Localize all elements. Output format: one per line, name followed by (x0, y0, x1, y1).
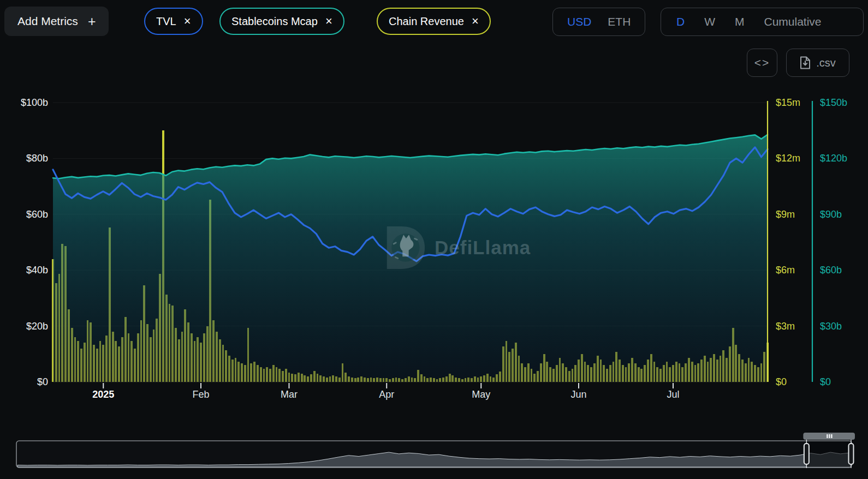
remove-metric-icon[interactable]: × (325, 15, 332, 27)
remove-metric-icon[interactable]: × (184, 15, 191, 27)
svg-text:$0: $0 (37, 376, 48, 387)
svg-text:$20b: $20b (26, 321, 48, 332)
svg-text:$60b: $60b (26, 209, 48, 220)
interval-option-cumulative[interactable]: Cumulative (764, 15, 822, 28)
currency-option-usd[interactable]: USD (567, 15, 591, 28)
metric-tag-label: TVL (156, 15, 176, 28)
csv-download-icon (800, 56, 811, 69)
currency-option-eth[interactable]: ETH (608, 15, 631, 28)
navigator-right-handle[interactable] (849, 444, 854, 464)
remove-metric-icon[interactable]: × (472, 15, 479, 27)
main-chart[interactable]: $0$20b$40b$60b$80b$100b$0$3m$6m$9m$12m$1… (0, 0, 868, 479)
svg-text:Apr: Apr (379, 389, 394, 400)
defillama-chart-page: $0$20b$40b$60b$80b$100b$0$3m$6m$9m$12m$1… (0, 0, 868, 479)
interval-option-weekly[interactable]: W (704, 15, 715, 28)
svg-text:$9m: $9m (776, 209, 795, 220)
svg-text:$150b: $150b (820, 97, 847, 108)
svg-text:$12m: $12m (776, 153, 800, 164)
metric-tag-label: Chain Revenue (389, 15, 464, 28)
interval-option-monthly[interactable]: M (735, 15, 745, 28)
metric-tag-tvl[interactable]: TVL × (144, 8, 203, 35)
svg-text:$80b: $80b (26, 153, 48, 164)
currency-toggle: USD ETH (552, 8, 645, 36)
navigator-left-handle[interactable] (804, 444, 809, 464)
interval-option-daily[interactable]: D (676, 15, 685, 28)
metric-tag-stablecoins-mcap[interactable]: Stablecoins Mcap × (219, 8, 344, 35)
svg-text:$90b: $90b (820, 209, 842, 220)
svg-text:Feb: Feb (193, 389, 210, 400)
svg-text:$0: $0 (820, 376, 831, 387)
csv-download-button[interactable]: .csv (786, 49, 849, 77)
interval-toggle: D W M Cumulative (661, 8, 864, 36)
navigator (16, 433, 855, 468)
svg-text:$30b: $30b (820, 321, 842, 332)
svg-text:$3m: $3m (776, 321, 795, 332)
embed-code-icon: <> (754, 56, 770, 69)
svg-text:$120b: $120b (820, 153, 847, 164)
svg-text:$0: $0 (776, 376, 787, 387)
svg-text:2025: 2025 (92, 389, 114, 400)
svg-text:$15m: $15m (776, 97, 800, 108)
plus-icon: + (88, 14, 96, 29)
csv-label: .csv (816, 57, 836, 69)
svg-text:Mar: Mar (281, 389, 298, 400)
navigator-selection[interactable] (806, 441, 851, 467)
embed-button[interactable]: <> (747, 49, 777, 77)
svg-text:Jul: Jul (667, 389, 679, 400)
metric-tag-chain-revenue[interactable]: Chain Revenue × (377, 8, 491, 35)
svg-text:$6m: $6m (776, 265, 795, 276)
add-metrics-label: Add Metrics (17, 15, 78, 28)
svg-text:May: May (472, 389, 490, 400)
svg-text:$100b: $100b (21, 97, 48, 108)
metric-tag-label: Stablecoins Mcap (231, 15, 318, 28)
svg-text:Jun: Jun (570, 389, 586, 400)
svg-text:$60b: $60b (820, 265, 842, 276)
add-metrics-button[interactable]: Add Metrics + (4, 7, 109, 36)
svg-text:$40b: $40b (26, 265, 48, 276)
